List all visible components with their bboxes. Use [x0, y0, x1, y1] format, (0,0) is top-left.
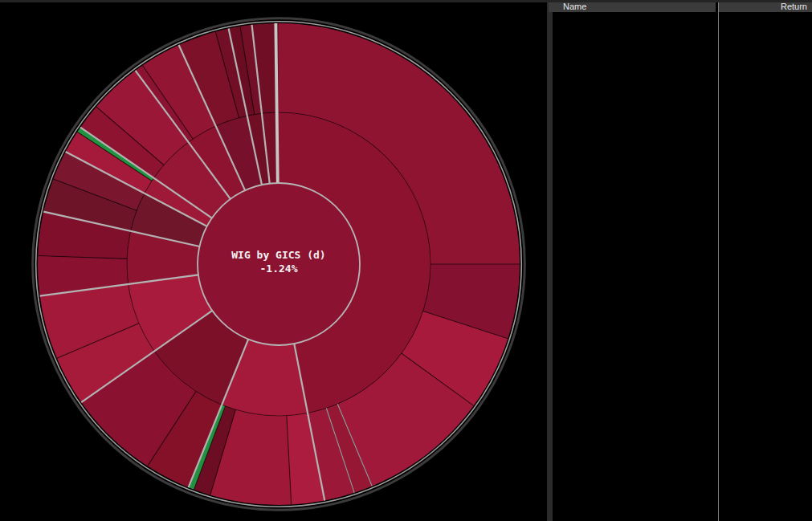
center-title: WIG by GICS (d) — [231, 248, 325, 262]
header-name[interactable]: Name — [563, 2, 586, 12]
window-top-strip — [0, 0, 812, 2]
sector-table: Name Return — [551, 0, 812, 521]
header-return[interactable]: Return — [781, 2, 807, 12]
center-value: -1.24% — [231, 262, 325, 275]
sector-divider-start — [275, 23, 277, 183]
sunburst-center-label: WIG by GICS (d) -1.24% — [231, 248, 325, 275]
imap-screen: { "chart": { "center_title": "WIG by GIC… — [0, 0, 812, 521]
table-header: Name Return — [549, 2, 812, 12]
table-column-divider — [718, 2, 719, 521]
